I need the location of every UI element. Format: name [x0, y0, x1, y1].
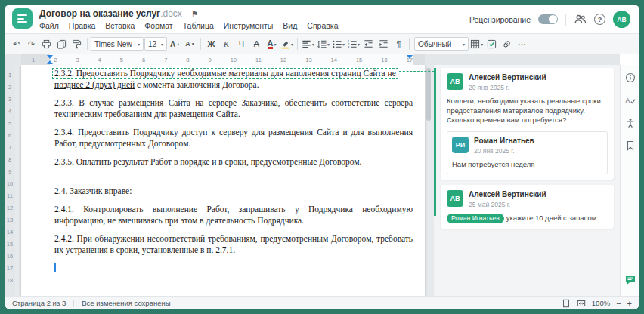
redo-button[interactable]: ↷	[24, 36, 39, 51]
comment-anchored-text[interactable]: 2.3.2. Предоставить Подрядчику необходим…	[52, 68, 398, 79]
table-button[interactable]: ▾	[469, 36, 484, 51]
print-button[interactable]	[39, 36, 54, 51]
zoom-out-button[interactable]: −	[616, 300, 621, 307]
zoom-in-button[interactable]: +	[627, 300, 632, 307]
vertical-scrollbar[interactable]	[426, 66, 431, 294]
user-avatar[interactable]: АВ	[613, 11, 630, 28]
horizontal-ruler[interactable]: 1234567891011121314151617	[5, 54, 620, 65]
chevron-down-icon: ▾	[358, 42, 360, 47]
checkbox-icon	[487, 39, 497, 49]
hanging-indent-marker[interactable]	[47, 60, 53, 64]
font-family-select[interactable]: Times New▾	[91, 37, 144, 51]
link-button[interactable]	[500, 36, 514, 51]
undo-button[interactable]: ↶	[9, 36, 23, 51]
app-logo-button[interactable]	[12, 8, 33, 29]
bookmark-button[interactable]	[625, 140, 636, 153]
pilcrow-button[interactable]: ¶	[392, 36, 406, 51]
underline-icon: Ч	[239, 39, 244, 48]
right-indent-marker[interactable]	[407, 55, 413, 59]
menu-item[interactable]: Таблица	[183, 21, 214, 30]
zoom-value[interactable]: 100%	[592, 299, 610, 307]
undo-icon: ↶	[13, 39, 20, 49]
font-increase-button[interactable]: А▲	[168, 36, 182, 51]
spellcheck-button[interactable]: А	[625, 95, 636, 108]
first-line-indent-marker[interactable]	[47, 55, 53, 59]
inserted-text: позднее 2 (двух) дней	[54, 80, 135, 89]
font-size-select[interactable]: 12▾	[144, 37, 167, 51]
menu-item[interactable]: Справка	[307, 21, 338, 30]
comments-panel: АВ Алексей Вертинский 20 янв 2025 г. Кол…	[434, 65, 620, 296]
paragraph: 2.3.5. Оплатить результат Работ в порядк…	[54, 156, 413, 168]
format-painter-button[interactable]	[70, 36, 84, 51]
menu-item[interactable]: Файл	[39, 21, 59, 30]
highlight-button[interactable]: ▾	[280, 36, 294, 51]
menu-item[interactable]: Правка	[69, 21, 95, 30]
info-button[interactable]	[625, 72, 636, 85]
strike-button[interactable]: А	[249, 36, 264, 51]
format-painter-icon	[72, 39, 82, 49]
text-cursor	[54, 263, 56, 272]
paragraph: 2.4. Заказчик вправе:	[54, 186, 413, 197]
text-run: с момента заключения Договора.	[135, 80, 259, 89]
mention-chip[interactable]: Роман Игнатьев	[447, 214, 504, 223]
numbered-list-button[interactable]: 123▾	[346, 36, 361, 51]
accessibility-icon	[625, 118, 636, 131]
comment-date: 20 янв 2025 г.	[469, 84, 546, 91]
paragraph-style-select[interactable]: Обычный▾	[414, 37, 469, 51]
italic-button[interactable]: К	[219, 36, 234, 51]
bold-button[interactable]: Ж	[204, 36, 218, 51]
font-color-button[interactable]: А▾	[265, 36, 279, 51]
font-decrease-button[interactable]: А▼	[183, 36, 197, 51]
more-button[interactable]: ⋯	[515, 36, 529, 51]
redo-icon: ↷	[28, 39, 35, 49]
comment-card[interactable]: АВ Алексей Вертинский 20 янв 2025 г. Кол…	[441, 68, 614, 180]
menu-item[interactable]: Вид	[283, 21, 297, 30]
numbered-list-icon: 123	[347, 39, 357, 49]
underline-button[interactable]: Ч	[234, 36, 249, 51]
copy-icon	[57, 39, 67, 49]
align-button[interactable]: ▾	[301, 36, 315, 51]
users-icon[interactable]	[574, 13, 587, 26]
scrollbar-thumb[interactable]	[426, 68, 431, 121]
page-indicator[interactable]: Страница 2 из 3	[12, 299, 66, 307]
checkbox-button[interactable]	[485, 36, 499, 51]
bullet-list-button[interactable]: ▾	[331, 36, 345, 51]
document-title-row: Договор на оказание услуг .docx ⚑	[39, 8, 199, 19]
document-area: 2.3.2. Предоставить Подрядчику необходим…	[5, 65, 620, 296]
copy-button[interactable]	[54, 36, 69, 51]
bookmark-icon	[625, 140, 636, 153]
accessibility-button[interactable]	[625, 118, 636, 131]
document-title: Договор на оказание услуг	[39, 8, 160, 19]
formatting-toolbar: ↶↷Times New▾12▾А▲А▼ЖКЧАА▾▾▾▾▾123▾¶Обычны…	[5, 33, 639, 54]
zoom-controls: 100% − +	[562, 299, 632, 308]
comment-reply[interactable]: РИ Роман Игнатьев 20 янв 2025 г. Нам пот…	[447, 131, 608, 175]
paragraph: 2.3.4. Предоставить Подрядчику доступ к …	[54, 127, 413, 149]
comment-card[interactable]: АВ Алексей Вертинский 25 май 2025 г. Ром…	[441, 185, 614, 229]
vertical-ruler[interactable]: 123456789101112131415161718	[5, 65, 15, 296]
document-page[interactable]: 2.3.2. Предоставить Подрядчику необходим…	[21, 65, 425, 296]
document-extension: .docx	[160, 8, 182, 19]
menu-item[interactable]: Инструменты	[224, 21, 273, 30]
header: Договор на оказание услуг .docx ⚑ ФайлПр…	[5, 5, 639, 33]
document-text[interactable]: 2.3.2. Предоставить Подрядчику необходим…	[54, 68, 413, 272]
svg-text:А: А	[625, 97, 630, 104]
paragraph: 2.4.1. Контролировать выполнение Работ, …	[54, 204, 413, 226]
comment-author: Роман Игнатьев	[474, 137, 534, 145]
flag-icon[interactable]: ⚑	[191, 9, 199, 19]
active-comment-indicator	[434, 68, 436, 216]
chevron-down-icon: ▾	[138, 42, 140, 47]
outdent-button[interactable]	[361, 36, 376, 51]
ruler-right-margin	[413, 54, 425, 65]
fit-width-icon[interactable]	[577, 299, 586, 308]
chat-button[interactable]	[624, 274, 636, 288]
help-icon[interactable]: ?	[594, 14, 605, 25]
comment-date: 20 янв 2025 г.	[474, 147, 534, 155]
menu-item[interactable]: Формат	[144, 21, 172, 30]
review-toggle[interactable]	[538, 14, 558, 24]
fit-page-icon[interactable]	[562, 299, 571, 308]
align-icon	[302, 39, 311, 49]
menu-item[interactable]: Вставка	[105, 21, 135, 30]
indent-button[interactable]	[376, 36, 391, 51]
line-spacing-button[interactable]: ▾	[316, 36, 330, 51]
chat-icon	[624, 274, 636, 288]
